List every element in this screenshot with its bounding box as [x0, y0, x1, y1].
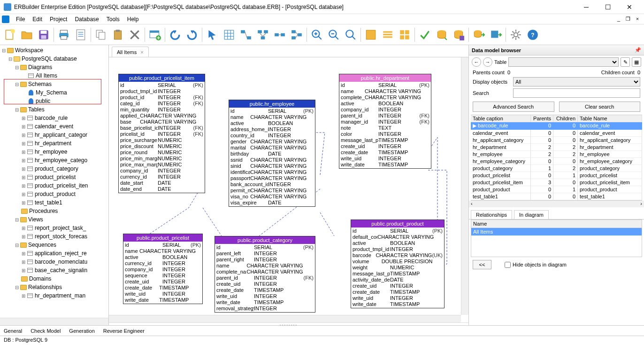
tree-procedures[interactable]: Procedures [29, 208, 58, 214]
expand-icon[interactable]: ⊟ [14, 107, 20, 112]
er-table-header[interactable]: public.product_pricelist_item [119, 74, 205, 82]
expand-icon[interactable]: ⊟ [14, 82, 20, 87]
er-table-header[interactable]: public.product_pricelist [123, 234, 202, 242]
tree-hscroll[interactable] [0, 318, 108, 325]
paste-button[interactable] [110, 27, 126, 43]
expand-icon[interactable]: ⊞ [21, 141, 26, 146]
tree-item[interactable]: barcode_nomenclatu [35, 259, 87, 265]
menu-tools[interactable]: Tools [103, 15, 123, 24]
expand-icon[interactable]: ⊟ [14, 285, 20, 290]
expand-icon[interactable]: ⊞ [21, 226, 26, 231]
zoom-button[interactable] [343, 27, 359, 43]
redo-button[interactable] [184, 27, 200, 43]
tree-db[interactable]: PostgreSQL database [22, 55, 77, 62]
menu-database[interactable]: Database [71, 15, 102, 24]
expand-icon[interactable]: ⊞ [21, 149, 26, 155]
expand-icon[interactable]: ⊞ [21, 259, 26, 265]
status-tab-generation[interactable]: Generation [69, 328, 94, 334]
tree-item[interactable]: calendar_event [35, 123, 73, 130]
minimize-button[interactable]: ─ [575, 0, 597, 14]
relationship-grid[interactable]: Name All Items [471, 220, 642, 257]
diagram-canvas[interactable]: public.product_pricelist_item idSERIAL(P… [109, 57, 468, 322]
save-button[interactable] [36, 27, 52, 43]
er-table-header[interactable]: public.hr_employee [229, 100, 315, 108]
layout2-button[interactable] [380, 27, 396, 43]
tree-item[interactable]: product_product [35, 191, 76, 197]
new-table-button[interactable] [147, 27, 163, 43]
advanced-search-button[interactable]: Advanced Search [473, 102, 554, 112]
relation3-button[interactable] [272, 27, 288, 43]
tree-item[interactable]: hr_applicant_categor [35, 132, 87, 138]
grid-row[interactable]: product_product01product_product [471, 186, 642, 193]
expand-icon[interactable]: ⊞ [21, 192, 26, 197]
menu-project[interactable]: Project [46, 15, 71, 24]
pointer-button[interactable] [204, 27, 220, 43]
copy-button[interactable] [93, 27, 109, 43]
expand-icon[interactable]: ⊞ [21, 116, 26, 121]
tree-item[interactable]: product_pricelist_iten [35, 182, 88, 189]
layout1-button[interactable] [363, 27, 379, 43]
expand-icon[interactable]: ⊟ [14, 217, 20, 222]
check-button[interactable] [417, 27, 433, 43]
help-button[interactable]: ? [525, 27, 541, 43]
rel-row[interactable]: All Items [471, 228, 642, 235]
canvas-vscroll[interactable] [461, 57, 468, 315]
tree-all-items[interactable]: All Items [36, 72, 57, 79]
expand-icon[interactable]: ⊟ [14, 65, 20, 70]
expand-icon[interactable]: ⊞ [21, 175, 26, 180]
tree-sequences[interactable]: Sequences [28, 242, 56, 248]
model-grid[interactable]: Table caption Parents Children Table Nam… [471, 115, 642, 201]
nav-forward-button[interactable]: → [483, 57, 492, 67]
grid-row[interactable]: ▶ barcode_rule00barcode_rule [471, 122, 642, 130]
subtab-in-diagram[interactable]: In diagram [514, 210, 549, 219]
grid-toggle-button[interactable]: ▦ [632, 57, 641, 67]
edit-button[interactable]: ✎ [621, 57, 630, 67]
grid-row[interactable]: test_table100test_table1 [471, 193, 642, 200]
tree-views[interactable]: Views [28, 216, 43, 223]
tree-item[interactable]: application_reject_re [35, 250, 87, 257]
menu-file[interactable]: File [12, 15, 29, 24]
expand-icon[interactable]: ⊟ [8, 56, 13, 62]
menu-help[interactable]: Help [123, 15, 143, 24]
grid-button[interactable] [221, 27, 237, 43]
db-gen-button[interactable] [434, 27, 450, 43]
expand-icon[interactable]: ⊞ [21, 293, 26, 298]
er-table-header[interactable]: public.product_product [351, 220, 444, 227]
grid-row[interactable]: product_pricelist01product_pricelist [471, 172, 642, 179]
maximize-button[interactable]: ☐ [597, 0, 619, 14]
grid-row[interactable]: calendar_event00calendar_event [471, 130, 642, 137]
workspace-tree[interactable]: ⊟Workspace ⊟PostgreSQL database ⊟Diagram… [0, 45, 108, 318]
expand-icon[interactable]: ⊟ [14, 243, 20, 248]
delete-button[interactable] [127, 27, 143, 43]
tree-schema-2[interactable]: public [36, 98, 50, 104]
nav-back-button[interactable]: ← [472, 57, 481, 67]
hide-objects-checkbox[interactable]: Hide objects in diagram [505, 262, 567, 268]
zoom-out-button[interactable] [326, 27, 342, 43]
tree-item[interactable]: report_stock_forecas [35, 233, 87, 240]
zoom-in-button[interactable] [309, 27, 325, 43]
relation4-button[interactable] [289, 27, 305, 43]
pin-icon[interactable]: 📌 [635, 47, 641, 53]
tree-workspace[interactable]: Workspace [15, 47, 43, 54]
status-tab-reverse[interactable]: Reverse Engineer [103, 328, 145, 334]
layout3-button[interactable] [397, 27, 413, 43]
tree-item[interactable]: barcode_rule [35, 115, 68, 121]
mdi-minimize[interactable]: _ [614, 16, 623, 22]
tree-item[interactable]: product_category [35, 165, 78, 172]
grid-row[interactable]: hr_employee22hr_employee [471, 151, 642, 158]
tree-schema-1[interactable]: My_Schema [36, 89, 67, 96]
settings-button[interactable] [508, 27, 524, 43]
expand-icon[interactable]: ⊞ [21, 200, 26, 205]
tree-item[interactable]: report_project_task_ [35, 225, 86, 231]
er-table-header[interactable]: public.product_category [215, 236, 315, 244]
relation2-button[interactable] [255, 27, 271, 43]
tree-item[interactable]: hr_employee_catego [35, 157, 87, 164]
grid-row[interactable]: hr_department22hr_department [471, 144, 642, 151]
tree-item[interactable]: product_pricelist [35, 174, 76, 180]
grid-row[interactable]: product_category12product_category [471, 165, 642, 172]
menu-edit[interactable]: Edit [29, 15, 46, 24]
expand-icon[interactable]: ⊞ [21, 234, 26, 239]
hide-objects-input[interactable] [505, 262, 511, 268]
subtab-relationships[interactable]: Relationships [471, 210, 512, 219]
tree-item[interactable]: hr_employee [35, 149, 67, 155]
